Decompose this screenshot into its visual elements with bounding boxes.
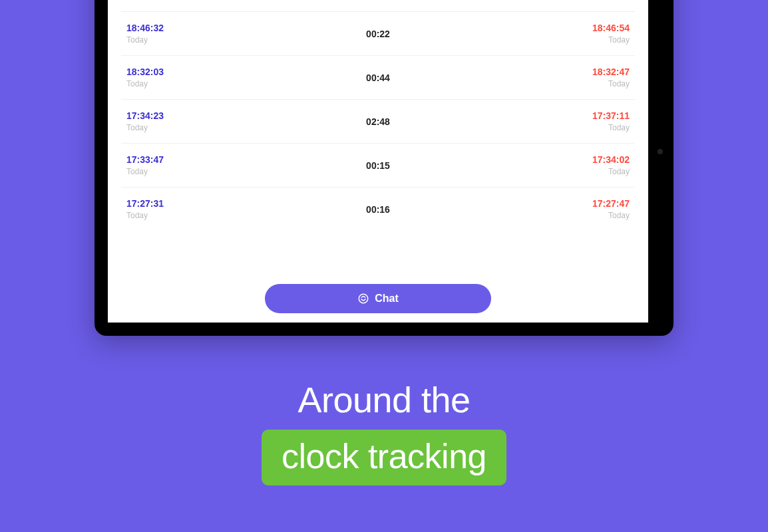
svg-point-0 <box>359 294 368 303</box>
online-day: Today <box>126 123 294 132</box>
online-time: 18:32:03 <box>126 66 294 77</box>
tablet-camera <box>658 149 663 154</box>
offline-time: 18:32:47 <box>462 66 630 77</box>
header-online: Online <box>126 0 294 2</box>
offline-time: 17:34:02 <box>462 154 630 165</box>
duration-value: 00:15 <box>294 160 462 171</box>
online-day: Today <box>126 35 294 45</box>
table-header-row: Online Duration Offline <box>121 0 635 12</box>
duration-value: 02:48 <box>294 116 462 127</box>
online-time: 18:46:32 <box>126 23 294 33</box>
header-duration: Duration <box>294 0 462 2</box>
offline-day: Today <box>462 123 630 132</box>
tracking-table: Online Duration Offline 18:46:32 Today 0… <box>108 0 648 279</box>
online-day: Today <box>126 79 294 88</box>
duration-value: 00:22 <box>294 29 462 39</box>
duration-value: 00:16 <box>294 204 462 215</box>
duration-value: 00:44 <box>294 72 462 83</box>
online-time: 17:33:47 <box>126 154 294 165</box>
offline-time: 17:27:47 <box>462 198 630 209</box>
marketing-text: Around the clock tracking <box>0 379 768 485</box>
online-time: 17:27:31 <box>126 198 294 209</box>
chat-icon <box>357 293 369 305</box>
table-row[interactable]: 18:32:03 Today 00:44 18:32:47 Today <box>121 56 635 100</box>
table-row[interactable]: 17:27:31 Today 00:16 17:27:47 Today <box>121 188 635 231</box>
table-row[interactable]: 17:33:47 Today 00:15 17:34:02 Today <box>121 144 635 188</box>
offline-day: Today <box>462 167 630 176</box>
offline-time: 18:46:54 <box>462 23 630 33</box>
marketing-line-1: Around the <box>0 379 768 420</box>
table-row[interactable]: 17:34:23 Today 02:48 17:37:11 Today <box>121 100 635 144</box>
table-row[interactable]: 18:46:32 Today 00:22 18:46:54 Today <box>121 12 635 56</box>
marketing-line-2: clock tracking <box>262 430 506 485</box>
offline-time: 17:37:11 <box>462 110 630 121</box>
offline-day: Today <box>462 79 630 88</box>
online-time: 17:34:23 <box>126 110 294 121</box>
chat-button[interactable]: Chat <box>265 284 491 313</box>
offline-day: Today <box>462 211 630 220</box>
online-day: Today <box>126 167 294 176</box>
app-screen: Online Duration Offline 18:46:32 Today 0… <box>108 0 648 323</box>
offline-day: Today <box>462 35 630 45</box>
header-offline: Offline <box>462 0 630 2</box>
tablet-frame: Online Duration Offline 18:46:32 Today 0… <box>95 0 673 336</box>
chat-button-label: Chat <box>375 293 399 305</box>
online-day: Today <box>126 211 294 220</box>
